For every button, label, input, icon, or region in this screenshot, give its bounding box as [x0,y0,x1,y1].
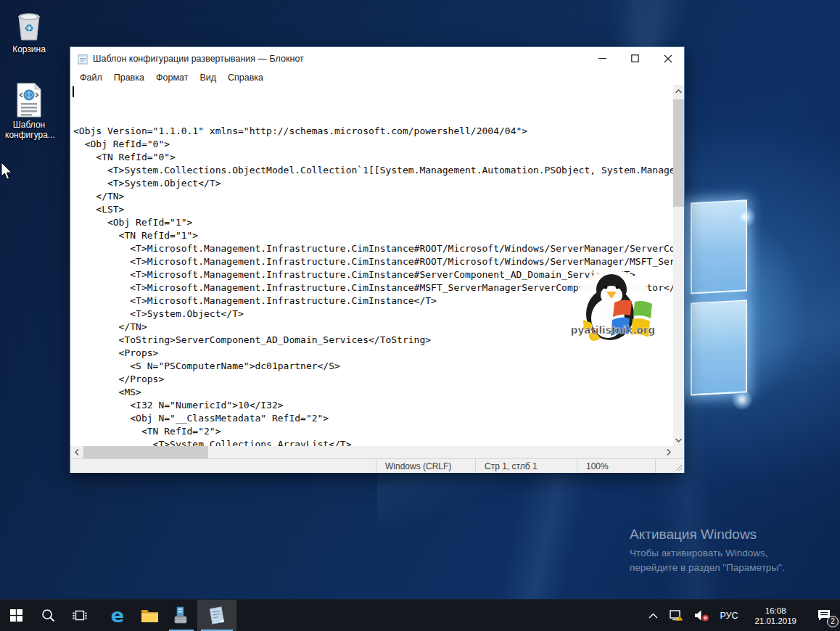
resize-grip-icon [675,463,683,471]
chevron-right-icon [667,449,671,455]
file-explorer-icon [141,608,159,623]
minimize-icon [598,54,606,62]
taskbar: e [0,599,840,631]
desktop-icon-recycle-bin[interactable]: ♻ Корзина [5,7,53,54]
code-line: <T>Microsoft.Management.Infrastructure.C… [73,255,675,268]
code-line: <T>Microsoft.Management.Infrastructure.C… [73,242,675,255]
title-bar[interactable]: Шаблон конфигурации развертывания — Блок… [70,47,684,70]
notepad-app-icon [77,53,88,65]
code-line: <TN RefId="1"> [73,229,675,242]
desktop: ♻ Корзина Шаблон конфигура... Активация … [0,0,840,631]
maximize-icon [631,54,639,62]
menu-item[interactable]: Вид [194,71,222,84]
vertical-scrollbar[interactable] [673,85,684,446]
code-line: <Obj N="__ClassMetadata" RefId="2"> [73,412,675,425]
menu-item[interactable]: Правка [108,71,150,84]
recycle-bin-icon: ♻ [12,7,46,42]
xml-file-icon [14,83,44,117]
status-spacer [70,459,376,473]
notification-badge: 2 [827,616,839,627]
system-tray: РУС 16:08 21.01.2019 2 [643,600,840,631]
language-label: РУС [720,611,738,621]
code-line: <Objs Version="1.1.0.1" xmlns="http://sc… [73,125,675,138]
notepad-taskbar-icon [207,606,226,626]
code-line: <TN RefId="0"> [73,151,675,164]
menu-item[interactable]: Формат [150,71,194,84]
status-line-ending: Windows (CRLF) [376,459,476,473]
tray-clock[interactable]: 16:08 21.01.2019 [743,600,808,631]
activation-line2: перейдите в раздел "Параметры". [630,561,833,575]
penguin-windows-logo: pyatilistnik.org [571,269,656,350]
activation-title: Активация Windows [630,527,833,543]
code-line: <TN RefId="2"> [73,425,675,438]
taskbar-file-explorer-button[interactable] [133,600,165,631]
document-text: <Objs Version="1.1.0.1" xmlns="http://sc… [73,86,675,446]
code-line: <I32 N="NumericId">10</I32> [73,399,675,412]
chevron-up-icon [648,613,658,619]
resize-grip[interactable] [656,459,684,473]
notepad-window: Шаблон конфигурации развертывания — Блок… [70,46,685,473]
desktop-icon-label: Шаблон конфигура... [5,120,53,140]
menu-item[interactable]: Справка [222,71,269,84]
clock-time: 16:08 [754,606,796,616]
status-zoom-level: 100% [577,459,656,473]
search-icon [41,609,55,622]
code-line: <MS> [73,386,675,399]
start-button[interactable] [0,600,32,631]
activation-watermark: Активация Windows Чтобы активировать Win… [630,527,833,575]
code-line: </Props> [73,373,675,386]
status-bar: Windows (CRLF) Стр 1, стлб 1 100% [70,458,684,473]
code-line: <T>System.Object</T> [73,177,675,190]
action-center-button[interactable]: 2 [808,600,840,631]
code-line: </TN> [73,190,675,203]
taskbar-edge-button[interactable]: e [102,600,133,631]
scroll-up-button[interactable] [673,85,684,97]
scroll-left-button[interactable] [70,446,83,458]
code-line: <LST> [73,203,675,216]
edge-icon: e [107,606,128,626]
task-view-icon [73,609,87,622]
desktop-icon-label: Корзина [5,44,53,54]
pyatilistnik-watermark: pyatilistnik.org [571,269,656,350]
close-icon [664,54,672,63]
search-button[interactable] [32,600,64,631]
server-manager-icon [172,606,191,625]
maximize-button[interactable] [619,47,651,70]
scroll-down-button[interactable] [673,434,684,446]
text-caret [73,86,74,97]
code-line: <S N="PSComputerName">dc01partner</S> [73,360,675,373]
windows-start-icon [10,609,22,622]
tray-network-status[interactable] [663,600,689,631]
chevron-up-icon [675,89,682,94]
horizontal-scroll-thumb[interactable] [83,446,208,458]
svg-text:♻: ♻ [24,22,33,34]
code-line: <Obj RefId="1"> [73,216,675,229]
vertical-scroll-thumb[interactable] [673,99,684,207]
code-line: <T>System.Collections.ArrayList</T> [73,438,675,446]
tray-language-indicator[interactable]: РУС [715,600,743,631]
activation-line1: Чтобы активировать Windows, [630,546,833,561]
mouse-cursor [1,162,13,181]
chevron-left-icon [75,449,79,455]
minimize-button[interactable] [586,47,619,70]
scrollbar-corner [673,446,684,458]
desktop-icon-xml-template-file[interactable]: Шаблон конфигура... [5,83,53,140]
tray-show-hidden-icons[interactable] [643,600,663,631]
taskbar-server-manager-button[interactable] [165,600,197,631]
close-button[interactable] [651,47,684,70]
menu-item[interactable]: Файл [74,71,108,84]
code-line: <Obj RefId="0"> [73,138,675,151]
horizontal-scrollbar[interactable] [70,446,675,458]
tray-volume-muted[interactable] [689,600,715,631]
code-line: <T>System.Collections.ObjectModel.Collec… [73,164,675,177]
volume-muted-icon [694,609,709,622]
window-title: Шаблон конфигурации развертывания — Блок… [93,54,304,64]
status-cursor-position: Стр 1, стлб 1 [476,459,577,473]
task-view-button[interactable] [64,600,96,631]
text-editor-area[interactable]: <Objs Version="1.1.0.1" xmlns="http://sc… [70,85,675,446]
menu-bar: ФайлПравкаФорматВидСправка [70,70,684,85]
clock-date: 21.01.2019 [754,616,796,626]
svg-text:pyatilistnik.org: pyatilistnik.org [571,324,655,336]
svg-text:e: e [111,606,124,626]
taskbar-notepad-button[interactable] [197,600,236,631]
